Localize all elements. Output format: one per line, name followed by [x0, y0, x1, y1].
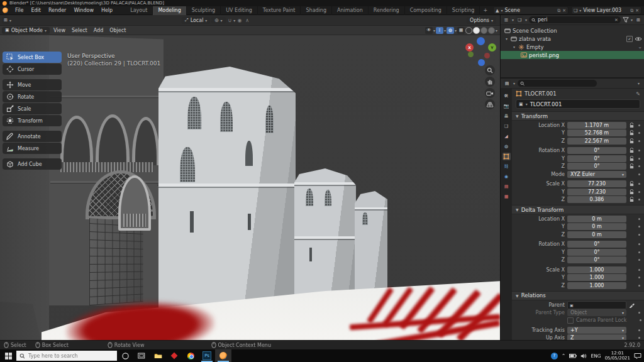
delta-location-y-field[interactable]: 0 m — [567, 223, 626, 230]
new-collection-icon[interactable]: ⊞ — [635, 16, 642, 23]
clear-search-icon[interactable]: ✕ — [614, 18, 618, 23]
tool-transform[interactable]: Transform — [3, 115, 62, 126]
tool-move[interactable]: Move — [3, 79, 62, 90]
lock-icon[interactable] — [629, 123, 635, 128]
transform-orientation-dropdown[interactable]: ⤢ Local ▾ — [182, 17, 210, 24]
menu-object[interactable]: Object — [106, 28, 129, 33]
tab-output[interactable]: 🖶 — [502, 112, 511, 120]
parent-field[interactable]: ▣ — [567, 301, 626, 309]
animate-dot[interactable] — [638, 165, 640, 167]
menu-window[interactable]: Window — [70, 8, 97, 13]
lock-icon[interactable] — [629, 197, 635, 202]
animate-dot[interactable] — [638, 329, 640, 331]
editor-type-icon[interactable]: ⊞ — [2, 17, 9, 24]
animate-dot[interactable] — [638, 140, 640, 142]
animate-dot[interactable] — [638, 173, 640, 175]
expand-icon[interactable]: ▾ — [504, 36, 509, 41]
lock-icon[interactable] — [629, 148, 635, 153]
pivot-point-dropdown[interactable]: ◎▾ — [211, 17, 225, 23]
tab-animation[interactable]: Animation — [332, 6, 369, 15]
zoom-button[interactable] — [485, 65, 495, 75]
tab-constraints[interactable]: ⛓ — [502, 163, 511, 170]
menu-render[interactable]: Render — [45, 8, 70, 13]
camera-view-button[interactable] — [485, 88, 495, 98]
view-layer-selector[interactable]: ❏▾ View Layer.003 ⧉ ✕ — [571, 6, 641, 14]
pan-button[interactable] — [485, 77, 495, 87]
menu-edit[interactable]: Edit — [27, 8, 45, 13]
collection-checkbox[interactable]: ✓ — [626, 36, 633, 42]
remove-view-layer-icon[interactable]: ✕ — [635, 8, 639, 13]
animate-dot[interactable] — [638, 183, 640, 185]
properties-editor-icon[interactable]: ▤ — [503, 80, 511, 87]
outliner-row-empty[interactable]: ▾ Empty ⌄ — [501, 43, 644, 51]
animate-dot[interactable] — [638, 226, 640, 228]
start-button[interactable] — [0, 349, 16, 362]
scale-y-field[interactable]: 77.230 — [567, 189, 626, 195]
tool-scale[interactable]: Scale — [3, 103, 62, 114]
tab-object-data[interactable]: ▤ — [502, 183, 511, 190]
animate-dot[interactable] — [638, 218, 640, 220]
rotation-z-field[interactable]: 0° — [567, 163, 626, 170]
animate-dot[interactable] — [638, 312, 640, 314]
animate-dot[interactable] — [638, 269, 640, 271]
shading-rendered-icon[interactable] — [488, 27, 495, 34]
tab-sculpting[interactable]: Sculpting — [187, 6, 221, 15]
outliner-search[interactable]: ✕ — [529, 16, 621, 23]
tool-select-box[interactable]: Select Box — [3, 52, 62, 63]
tab-world[interactable]: ◍ — [502, 143, 511, 150]
outliner-display-mode-icon[interactable]: ☰ — [502, 16, 510, 23]
lock-icon[interactable] — [629, 163, 635, 169]
new-scene-icon[interactable]: ⧉ — [557, 8, 560, 13]
gizmo-neg-x-axis[interactable] — [484, 53, 490, 58]
taskbar-search[interactable] — [16, 351, 117, 361]
delta-location-z-field[interactable]: 0 m — [567, 231, 626, 238]
delta-rotation-y-field[interactable]: 0° — [567, 249, 626, 256]
animate-dot[interactable] — [638, 234, 640, 236]
delta-scale-z-field[interactable]: 1.000 — [567, 282, 626, 289]
tab-view-layer[interactable]: ❏ — [502, 123, 511, 130]
tab-scene[interactable]: ◢ — [502, 133, 511, 140]
task-view-button[interactable] — [133, 349, 150, 362]
snap-magnet-icon[interactable]: ∪ — [226, 18, 234, 23]
tab-scripting[interactable]: Scripting — [447, 6, 480, 15]
animate-dot[interactable] — [638, 243, 640, 245]
tab-compositing[interactable]: Compositing — [405, 6, 447, 15]
pin-icon[interactable]: ✎ — [636, 91, 640, 97]
photoshop-button[interactable]: Ps — [199, 349, 215, 362]
shading-wireframe-icon[interactable] — [465, 27, 472, 34]
animate-dot[interactable] — [638, 199, 640, 200]
animate-dot[interactable] — [638, 191, 640, 193]
tab-texture[interactable]: ▦ — [502, 193, 511, 200]
tool-add-cube[interactable]: Add Cube — [3, 158, 62, 170]
tab-uv-editing[interactable]: UV Editing — [221, 6, 258, 15]
rotation-y-field[interactable]: 0° — [567, 155, 626, 162]
panel-delta-transform[interactable]: ▼Delta Transform — [512, 205, 644, 214]
tab-modeling[interactable]: Modeling — [153, 6, 186, 15]
blender-taskbar-button[interactable] — [215, 349, 231, 362]
tab-layout[interactable]: Layout — [125, 6, 153, 15]
properties-search-input[interactable] — [526, 80, 594, 86]
gizmo-z-axis[interactable] — [477, 37, 485, 45]
menu-view[interactable]: View — [50, 28, 69, 33]
location-x-field[interactable]: 1.1707 m — [567, 122, 626, 129]
gizmos-icon[interactable]: ⟟ — [436, 27, 443, 34]
tool-rotate[interactable]: Rotate — [3, 91, 62, 102]
speaker-icon[interactable] — [580, 353, 587, 359]
add-workspace-button[interactable]: + — [480, 6, 491, 15]
animate-dot[interactable] — [638, 337, 640, 339]
menu-file[interactable]: File — [11, 8, 27, 13]
eye-icon[interactable] — [635, 36, 642, 41]
unlink-scene-icon[interactable]: ✕ — [562, 8, 566, 13]
chevron-down-icon[interactable]: ⌄ — [638, 44, 642, 50]
taskbar-clock[interactable]: 12:01 05/05/2021 — [605, 351, 630, 361]
animate-dot[interactable] — [638, 158, 640, 160]
overlays-icon[interactable]: ◍ — [447, 27, 454, 34]
shading-solid-icon[interactable] — [473, 27, 480, 34]
parent-type-dropdown[interactable]: Object — [567, 309, 626, 316]
panel-transform[interactable]: ▼Transform — [512, 111, 644, 121]
expand-icon[interactable]: ▾ — [512, 45, 516, 49]
app-diamond-button[interactable] — [166, 349, 182, 362]
outliner-row-peristil[interactable]: peristil.png — [501, 51, 644, 59]
tool-cursor[interactable]: Cursor — [3, 63, 62, 75]
animate-dot[interactable] — [638, 277, 640, 278]
